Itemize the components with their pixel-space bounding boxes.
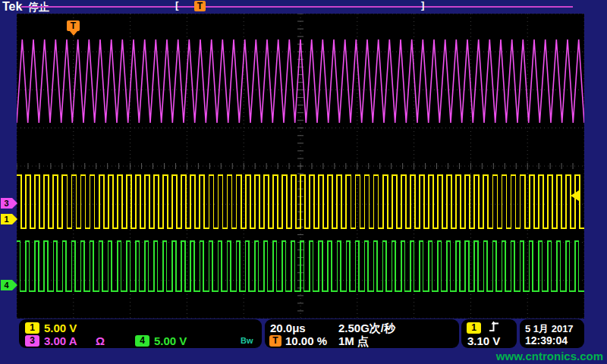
rising-edge-icon bbox=[489, 321, 499, 336]
ch1-badge: 1 bbox=[25, 322, 39, 334]
ch3-coupling: Ω bbox=[96, 334, 105, 347]
trigger-source-badge: 1 bbox=[467, 322, 481, 334]
channel-readout-box: 1 5.00 V 3 3.00 A Ω 4 5.00 V Bw bbox=[19, 319, 262, 348]
record-view-line bbox=[21, 6, 573, 8]
timebase-scale: 20.0μs bbox=[270, 322, 306, 334]
graticule-area bbox=[17, 14, 584, 318]
watermark: www.cntronics.com bbox=[496, 350, 603, 362]
time-display: 12:39:04 bbox=[525, 334, 568, 347]
trigger-level: 3.10 V bbox=[467, 334, 500, 347]
trigger-pos-badge: T bbox=[269, 335, 281, 347]
waveform-display bbox=[17, 14, 584, 318]
ch4-marker-label: 4 bbox=[1, 280, 12, 290]
trigger-position-percent: 10.00 % bbox=[285, 334, 327, 347]
record-length: 1M 点 bbox=[338, 334, 369, 349]
trigger-position-marker: T bbox=[67, 20, 80, 31]
window-bracket-left: [ bbox=[175, 0, 178, 11]
ch1-ground-marker: 1 bbox=[1, 214, 12, 224]
ch3-marker-label: 3 bbox=[1, 198, 12, 209]
horizontal-readout-box: 20.0μs 2.50G次/秒 T 10.00 % 1M 点 bbox=[265, 319, 459, 348]
ch1-scale: 5.00 V bbox=[44, 322, 77, 334]
ch3-badge: 3 bbox=[25, 335, 39, 347]
ch4-ground-marker: 4 bbox=[1, 280, 12, 290]
trigger-level-marker bbox=[571, 190, 579, 201]
trigger-position-badge-top: T bbox=[194, 1, 206, 11]
acquisition-status: 停止 bbox=[28, 1, 49, 14]
oscilloscope-screen: Tek 停止 [ ] T T 3 1 4 1 5.00 V 3 3.00 A Ω… bbox=[0, 0, 607, 364]
waveform-ch4-voltage bbox=[17, 241, 584, 291]
datetime-box: 5 1月 2017 12:39:04 bbox=[520, 319, 584, 348]
ch4-scale: 5.00 V bbox=[154, 334, 187, 347]
brand-logo: Tek bbox=[2, 0, 22, 14]
ch3-ground-marker: 3 bbox=[1, 198, 12, 209]
trigger-readout-box: 1 3.10 V bbox=[461, 319, 517, 348]
ch4-bandwidth-indicator: Bw bbox=[241, 336, 253, 345]
trigger-position-arrow-icon bbox=[70, 31, 77, 36]
window-bracket-right: ] bbox=[421, 0, 424, 11]
ch4-badge: 4 bbox=[135, 335, 149, 347]
waveform-ch1-voltage bbox=[17, 175, 584, 228]
ch3-scale: 3.00 A bbox=[44, 334, 77, 347]
ch1-marker-label: 1 bbox=[1, 214, 12, 224]
